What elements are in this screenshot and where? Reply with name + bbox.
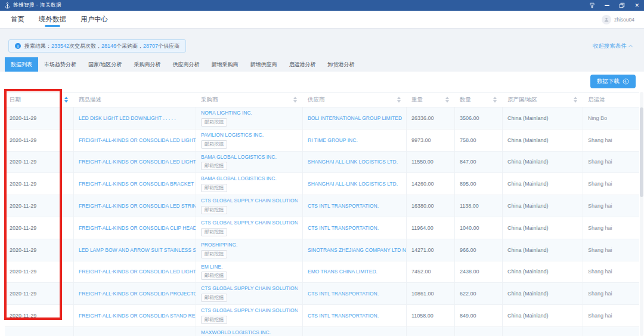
buyer-name-link[interactable]: PAVILION LOGISTICS INC. bbox=[201, 132, 264, 138]
column-header-0[interactable]: 日期 bbox=[5, 93, 74, 107]
column-header-4[interactable]: 重量 bbox=[407, 93, 455, 107]
user-menu[interactable]: zhisou04 bbox=[602, 15, 634, 24]
data-download-button[interactable]: 数据下载 bbox=[590, 75, 636, 88]
email-mining-tag[interactable]: 邮箱挖掘 bbox=[201, 118, 227, 127]
email-mining-tag[interactable]: 邮箱挖掘 bbox=[201, 184, 227, 192]
cell-supplier[interactable] bbox=[303, 327, 407, 336]
theme-brush-icon[interactable] bbox=[589, 2, 595, 8]
buyer-name-link[interactable]: BAMA GLOBAL LOGISTICS INC. bbox=[201, 154, 277, 161]
close-button[interactable]: ✕ bbox=[634, 0, 639, 11]
cell-buyer[interactable]: PROSHIPPING.邮箱挖掘 bbox=[196, 239, 303, 261]
cell-qty: 3506.00 bbox=[455, 107, 503, 129]
scrollbar-thumb[interactable] bbox=[640, 107, 643, 197]
download-icon bbox=[623, 78, 629, 85]
sort-arrows-icon[interactable] bbox=[397, 97, 401, 103]
cell-supplier[interactable]: SHANGHAI ALL-LINK LOGISTICS LTD. bbox=[303, 152, 407, 173]
tab-5[interactable]: 新增采购商 bbox=[206, 57, 244, 72]
cell-supplier[interactable]: SHANGHAI ALL-LINK LOGISTICS LTD. bbox=[303, 173, 407, 195]
email-mining-tag[interactable]: 邮箱挖掘 bbox=[201, 228, 227, 236]
cell-desc[interactable]: FREIGHT-ALL-KINDS OR CONSOLIDA LED LIGHT… bbox=[74, 130, 196, 151]
buyer-name-link[interactable]: NORA LIGHTING INC. bbox=[201, 110, 252, 116]
cell-supplier[interactable]: CTS INTL TRANSPORTATION. bbox=[303, 283, 407, 304]
buyer-name-link[interactable]: BAMA GLOBAL LOGISTICS INC. bbox=[201, 175, 277, 182]
collapse-search-link[interactable]: 收起搜索条件 bbox=[593, 42, 632, 50]
buyer-name-link[interactable]: CTS GLOBAL SUPPLY CHAIN SOLUTIONS. bbox=[201, 220, 298, 226]
cell-buyer[interactable]: BAMA GLOBAL LOGISTICS INC.邮箱挖掘 bbox=[196, 152, 303, 173]
email-mining-tag[interactable]: 邮箱挖掘 bbox=[201, 162, 227, 170]
minimize-button[interactable] bbox=[605, 5, 609, 6]
buyer-name-link[interactable]: EM LINE. bbox=[201, 264, 222, 270]
column-header-5[interactable]: 数量 bbox=[455, 93, 503, 107]
cell-supplier[interactable]: CTS INTL TRANSPORTATION. bbox=[303, 217, 407, 239]
cell-supplier[interactable]: RI TIME GROUP INC. bbox=[303, 130, 407, 151]
cell-buyer[interactable]: PAVILION LOGISTICS INC.邮箱挖掘 bbox=[196, 130, 303, 151]
tab-6[interactable]: 新增供应商 bbox=[244, 57, 283, 72]
table-row: 2020-11-29FREIGHT-ALL-KINDS OR CONSOLIDA… bbox=[5, 217, 639, 239]
tab-2[interactable]: 国家/地区分析 bbox=[82, 57, 128, 72]
cell-buyer[interactable]: BAMA GLOBAL LOGISTICS INC.邮箱挖掘 bbox=[196, 173, 303, 195]
email-mining-tag[interactable]: 邮箱挖掘 bbox=[201, 140, 227, 149]
cell-desc[interactable]: FREIGHT-ALL-KINDS OR CONSOLIDA CLIP HEAD… bbox=[74, 217, 196, 239]
email-mining-tag[interactable]: 邮箱挖掘 bbox=[201, 206, 227, 214]
sort-arrows-icon[interactable] bbox=[574, 97, 577, 103]
cell-desc[interactable]: LED DISK LIGHT LED DOWNLIGHT . . . . . bbox=[74, 107, 196, 129]
sort-arrows-icon[interactable] bbox=[493, 97, 497, 103]
cell-buyer[interactable]: CTS GLOBAL SUPPLY CHAIN SOLUTIONS.邮箱挖掘 bbox=[196, 195, 303, 217]
cell-desc[interactable]: FREIGHT-ALL-KINDS OR CONSOLIDA PROJECTOR… bbox=[74, 283, 196, 304]
cell-desc[interactable]: FREIGHT-ALL-KINDS OR CONSOLIDA LED LIGHT… bbox=[74, 261, 196, 283]
vertical-scrollbar[interactable] bbox=[640, 92, 643, 336]
cell-weight: 7452.00 bbox=[407, 261, 455, 283]
cell-buyer[interactable]: EM LINE.邮箱挖掘 bbox=[196, 261, 303, 283]
cell-buyer[interactable]: MAXWORLD LOGISTICS INC.邮箱挖掘 bbox=[196, 327, 303, 336]
column-header-3[interactable]: 供应商 bbox=[303, 93, 407, 107]
buyer-name-link[interactable]: CTS GLOBAL SUPPLY CHAIN SOLUTIONS. bbox=[201, 285, 298, 292]
cell-desc[interactable]: FREIGHT-ALL-KINDS OR CONSOLIDA STAND REP… bbox=[74, 305, 196, 326]
cell-date: 2020-11-29 bbox=[5, 195, 74, 217]
email-mining-tag[interactable]: 邮箱挖掘 bbox=[201, 294, 227, 302]
cell-desc[interactable]: LED LAMP BOW AND ARROW SUIT STAINLESS ST… bbox=[74, 239, 196, 261]
cell-buyer[interactable]: CTS GLOBAL SUPPLY CHAIN SOLUTIONS.邮箱挖掘 bbox=[196, 283, 303, 304]
cell-desc[interactable] bbox=[74, 327, 196, 336]
sort-arrows-icon[interactable] bbox=[293, 97, 297, 103]
nav-item-0[interactable]: 首页 bbox=[11, 11, 24, 28]
tab-0[interactable]: 数据列表 bbox=[5, 57, 38, 72]
cell-supplier[interactable]: CTS INTL TRANSPORTATION. bbox=[303, 195, 407, 217]
buyer-name-link[interactable]: CTS GLOBAL SUPPLY CHAIN SOLUTIONS. bbox=[201, 307, 298, 314]
tab-7[interactable]: 启运港分析 bbox=[283, 57, 322, 72]
cell-desc[interactable]: FREIGHT-ALL-KINDS OR CONSOLIDA LED STRIN… bbox=[74, 195, 196, 217]
cell-desc[interactable]: FREIGHT-ALL-KINDS OR CONSOLIDA BRACKET L… bbox=[74, 173, 196, 195]
tab-4[interactable]: 供应商分析 bbox=[167, 57, 206, 72]
cell-origin: China (Mainland) bbox=[503, 217, 583, 239]
buyer-name-link[interactable]: CTS GLOBAL SUPPLY CHAIN SOLUTIONS. bbox=[201, 198, 298, 204]
email-mining-tag[interactable]: 邮箱挖掘 bbox=[201, 272, 227, 280]
tab-1[interactable]: 市场趋势分析 bbox=[38, 57, 82, 72]
column-header-2[interactable]: 采购商 bbox=[196, 93, 303, 107]
cell-desc[interactable]: FREIGHT-ALL-KINDS OR CONSOLIDA LED LIGHT… bbox=[74, 152, 196, 173]
email-mining-tag[interactable]: 邮箱挖掘 bbox=[201, 316, 227, 324]
cell-origin: China (Mainland) bbox=[503, 107, 583, 129]
column-header-7: 启运港 bbox=[583, 93, 639, 107]
cell-supplier[interactable]: SINOTRANS ZHEJIANG COMPANY LTD NING bbox=[303, 239, 407, 261]
table-row: 2020-11-29FREIGHT-ALL-KINDS OR CONSOLIDA… bbox=[5, 283, 639, 305]
cell-supplier[interactable]: BOLI INTERNATIONAL GROUP LIMITED bbox=[303, 107, 407, 129]
cell-buyer[interactable]: NORA LIGHTING INC.邮箱挖掘 bbox=[196, 107, 303, 129]
buyer-name-link[interactable]: PROSHIPPING. bbox=[201, 242, 237, 248]
email-mining-tag[interactable]: 邮箱挖掘 bbox=[201, 250, 227, 258]
restore-button[interactable] bbox=[619, 2, 625, 8]
cell-supplier[interactable]: CTS INTL TRANSPORTATION. bbox=[303, 305, 407, 326]
tab-3[interactable]: 采购商分析 bbox=[128, 57, 167, 72]
buyer-name-link[interactable]: MAXWORLD LOGISTICS INC. bbox=[201, 329, 271, 336]
tab-8[interactable]: 卸货港分析 bbox=[322, 57, 361, 72]
cell-buyer[interactable]: CTS GLOBAL SUPPLY CHAIN SOLUTIONS.邮箱挖掘 bbox=[196, 217, 303, 239]
nav-item-2[interactable]: 用户中心 bbox=[80, 11, 108, 28]
cell-buyer[interactable]: CTS GLOBAL SUPPLY CHAIN SOLUTIONS.邮箱挖掘 bbox=[196, 305, 303, 326]
sort-arrows-icon[interactable] bbox=[445, 97, 449, 103]
user-avatar bbox=[602, 15, 611, 24]
nav-item-1[interactable]: 境外数据 bbox=[39, 11, 66, 28]
cell-supplier[interactable]: EMO TRANS CHINA LIMITED. bbox=[303, 261, 407, 283]
trade-label: 次交易次数， bbox=[69, 43, 101, 49]
cell-origin: China (Mainland) bbox=[503, 239, 583, 261]
column-header-6[interactable]: 原产国/地区 bbox=[503, 93, 583, 107]
sort-arrows-icon[interactable] bbox=[64, 97, 68, 103]
table-body: 2020-11-29LED DISK LIGHT LED DOWNLIGHT .… bbox=[5, 107, 639, 336]
